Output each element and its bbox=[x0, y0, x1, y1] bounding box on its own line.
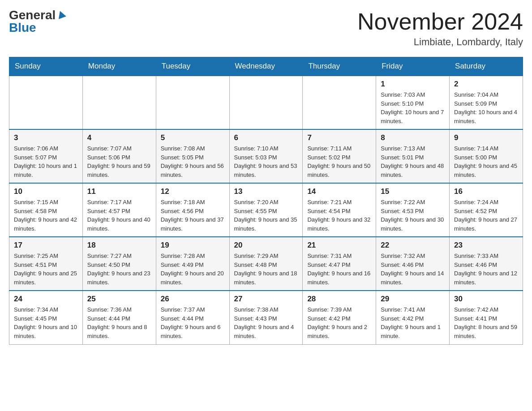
day-number: 27 bbox=[234, 295, 298, 304]
day-number: 2 bbox=[454, 80, 518, 89]
day-info: Sunrise: 7:08 AM Sunset: 5:05 PM Dayligh… bbox=[161, 144, 225, 179]
calendar-table: SundayMondayTuesdayWednesdayThursdayFrid… bbox=[9, 57, 523, 345]
calendar-cell bbox=[156, 76, 229, 129]
calendar-cell: 13Sunrise: 7:20 AM Sunset: 4:55 PM Dayli… bbox=[229, 183, 303, 237]
calendar-cell: 11Sunrise: 7:17 AM Sunset: 4:57 PM Dayli… bbox=[82, 183, 156, 237]
day-number: 7 bbox=[307, 133, 371, 142]
day-number: 23 bbox=[454, 241, 518, 250]
day-info: Sunrise: 7:33 AM Sunset: 4:46 PM Dayligh… bbox=[454, 252, 518, 287]
calendar-cell: 9Sunrise: 7:14 AM Sunset: 5:00 PM Daylig… bbox=[450, 129, 523, 183]
day-info: Sunrise: 7:25 AM Sunset: 4:51 PM Dayligh… bbox=[14, 252, 78, 287]
day-info: Sunrise: 7:14 AM Sunset: 5:00 PM Dayligh… bbox=[454, 144, 518, 179]
column-header-wednesday: Wednesday bbox=[229, 57, 303, 76]
calendar-cell bbox=[229, 76, 303, 129]
calendar-cell: 16Sunrise: 7:24 AM Sunset: 4:52 PM Dayli… bbox=[450, 183, 523, 237]
calendar-cell: 23Sunrise: 7:33 AM Sunset: 4:46 PM Dayli… bbox=[450, 237, 523, 291]
calendar-cell: 10Sunrise: 7:15 AM Sunset: 4:58 PM Dayli… bbox=[9, 183, 83, 237]
day-info: Sunrise: 7:17 AM Sunset: 4:57 PM Dayligh… bbox=[87, 198, 151, 233]
calendar-week-row: 10Sunrise: 7:15 AM Sunset: 4:58 PM Dayli… bbox=[9, 183, 523, 237]
calendar-cell: 7Sunrise: 7:11 AM Sunset: 5:02 PM Daylig… bbox=[303, 129, 376, 183]
page-header: General Blue November 2024 Limbiate, Lom… bbox=[9, 9, 523, 48]
day-number: 24 bbox=[14, 295, 78, 304]
day-number: 16 bbox=[454, 187, 518, 196]
day-info: Sunrise: 7:34 AM Sunset: 4:45 PM Dayligh… bbox=[14, 305, 78, 340]
day-info: Sunrise: 7:39 AM Sunset: 4:42 PM Dayligh… bbox=[307, 305, 371, 340]
logo-general-text: General bbox=[9, 9, 56, 21]
day-info: Sunrise: 7:37 AM Sunset: 4:44 PM Dayligh… bbox=[161, 305, 225, 340]
calendar-cell bbox=[82, 76, 156, 129]
day-number: 28 bbox=[307, 295, 371, 304]
calendar-week-row: 1Sunrise: 7:03 AM Sunset: 5:10 PM Daylig… bbox=[9, 76, 523, 129]
calendar-cell: 8Sunrise: 7:13 AM Sunset: 5:01 PM Daylig… bbox=[376, 129, 450, 183]
column-header-monday: Monday bbox=[82, 57, 156, 76]
calendar-cell: 6Sunrise: 7:10 AM Sunset: 5:03 PM Daylig… bbox=[229, 129, 303, 183]
day-number: 11 bbox=[87, 187, 151, 196]
calendar-cell: 4Sunrise: 7:07 AM Sunset: 5:06 PM Daylig… bbox=[82, 129, 156, 183]
day-info: Sunrise: 7:15 AM Sunset: 4:58 PM Dayligh… bbox=[14, 198, 78, 233]
day-number: 3 bbox=[14, 133, 78, 142]
day-info: Sunrise: 7:22 AM Sunset: 4:53 PM Dayligh… bbox=[381, 198, 445, 233]
day-number: 25 bbox=[87, 295, 151, 304]
day-info: Sunrise: 7:32 AM Sunset: 4:46 PM Dayligh… bbox=[381, 252, 445, 287]
calendar-cell: 20Sunrise: 7:29 AM Sunset: 4:48 PM Dayli… bbox=[229, 237, 303, 291]
day-info: Sunrise: 7:04 AM Sunset: 5:09 PM Dayligh… bbox=[454, 90, 518, 125]
day-info: Sunrise: 7:13 AM Sunset: 5:01 PM Dayligh… bbox=[381, 144, 445, 179]
calendar-cell: 21Sunrise: 7:31 AM Sunset: 4:47 PM Dayli… bbox=[303, 237, 376, 291]
calendar-week-row: 24Sunrise: 7:34 AM Sunset: 4:45 PM Dayli… bbox=[9, 291, 523, 344]
month-year-title: November 2024 bbox=[357, 9, 523, 34]
day-info: Sunrise: 7:24 AM Sunset: 4:52 PM Dayligh… bbox=[454, 198, 518, 233]
day-info: Sunrise: 7:29 AM Sunset: 4:48 PM Dayligh… bbox=[234, 252, 298, 287]
calendar-cell: 19Sunrise: 7:28 AM Sunset: 4:49 PM Dayli… bbox=[156, 237, 229, 291]
calendar-cell: 24Sunrise: 7:34 AM Sunset: 4:45 PM Dayli… bbox=[9, 291, 83, 344]
calendar-cell: 25Sunrise: 7:36 AM Sunset: 4:44 PM Dayli… bbox=[82, 291, 156, 344]
column-header-thursday: Thursday bbox=[303, 57, 376, 76]
day-number: 5 bbox=[161, 133, 225, 142]
day-info: Sunrise: 7:10 AM Sunset: 5:03 PM Dayligh… bbox=[234, 144, 298, 179]
day-info: Sunrise: 7:21 AM Sunset: 4:54 PM Dayligh… bbox=[307, 198, 371, 233]
day-info: Sunrise: 7:42 AM Sunset: 4:41 PM Dayligh… bbox=[454, 305, 518, 340]
calendar-cell: 29Sunrise: 7:41 AM Sunset: 4:42 PM Dayli… bbox=[376, 291, 450, 344]
day-info: Sunrise: 7:11 AM Sunset: 5:02 PM Dayligh… bbox=[307, 144, 371, 179]
day-info: Sunrise: 7:03 AM Sunset: 5:10 PM Dayligh… bbox=[381, 90, 445, 125]
day-info: Sunrise: 7:36 AM Sunset: 4:44 PM Dayligh… bbox=[87, 305, 151, 340]
day-info: Sunrise: 7:28 AM Sunset: 4:49 PM Dayligh… bbox=[161, 252, 225, 287]
calendar-cell bbox=[9, 76, 83, 129]
day-number: 17 bbox=[14, 241, 78, 250]
day-number: 29 bbox=[381, 295, 445, 304]
column-header-friday: Friday bbox=[376, 57, 450, 76]
calendar-header-row: SundayMondayTuesdayWednesdayThursdayFrid… bbox=[9, 57, 523, 76]
calendar-cell: 3Sunrise: 7:06 AM Sunset: 5:07 PM Daylig… bbox=[9, 129, 83, 183]
calendar-cell: 18Sunrise: 7:27 AM Sunset: 4:50 PM Dayli… bbox=[82, 237, 156, 291]
day-number: 4 bbox=[87, 133, 151, 142]
calendar-cell bbox=[303, 76, 376, 129]
day-info: Sunrise: 7:41 AM Sunset: 4:42 PM Dayligh… bbox=[381, 305, 445, 340]
calendar-cell: 5Sunrise: 7:08 AM Sunset: 5:05 PM Daylig… bbox=[156, 129, 229, 183]
column-header-sunday: Sunday bbox=[9, 57, 83, 76]
day-number: 12 bbox=[161, 187, 225, 196]
day-info: Sunrise: 7:18 AM Sunset: 4:56 PM Dayligh… bbox=[161, 198, 225, 233]
day-number: 10 bbox=[14, 187, 78, 196]
calendar-cell: 2Sunrise: 7:04 AM Sunset: 5:09 PM Daylig… bbox=[450, 76, 523, 129]
calendar-cell: 17Sunrise: 7:25 AM Sunset: 4:51 PM Dayli… bbox=[9, 237, 83, 291]
logo: General Blue bbox=[9, 9, 66, 34]
logo-blue-text: Blue bbox=[9, 21, 36, 34]
title-block: November 2024 Limbiate, Lombardy, Italy bbox=[357, 9, 523, 48]
calendar-cell: 1Sunrise: 7:03 AM Sunset: 5:10 PM Daylig… bbox=[376, 76, 450, 129]
calendar-cell: 15Sunrise: 7:22 AM Sunset: 4:53 PM Dayli… bbox=[376, 183, 450, 237]
location-subtitle: Limbiate, Lombardy, Italy bbox=[357, 36, 523, 48]
day-number: 9 bbox=[454, 133, 518, 142]
day-info: Sunrise: 7:27 AM Sunset: 4:50 PM Dayligh… bbox=[87, 252, 151, 287]
day-number: 22 bbox=[381, 241, 445, 250]
day-info: Sunrise: 7:31 AM Sunset: 4:47 PM Dayligh… bbox=[307, 252, 371, 287]
column-header-saturday: Saturday bbox=[450, 57, 523, 76]
calendar-week-row: 17Sunrise: 7:25 AM Sunset: 4:51 PM Dayli… bbox=[9, 237, 523, 291]
day-info: Sunrise: 7:07 AM Sunset: 5:06 PM Dayligh… bbox=[87, 144, 151, 179]
day-info: Sunrise: 7:38 AM Sunset: 4:43 PM Dayligh… bbox=[234, 305, 298, 340]
day-number: 15 bbox=[381, 187, 445, 196]
day-number: 20 bbox=[234, 241, 298, 250]
calendar-cell: 27Sunrise: 7:38 AM Sunset: 4:43 PM Dayli… bbox=[229, 291, 303, 344]
calendar-cell: 22Sunrise: 7:32 AM Sunset: 4:46 PM Dayli… bbox=[376, 237, 450, 291]
calendar-cell: 30Sunrise: 7:42 AM Sunset: 4:41 PM Dayli… bbox=[450, 291, 523, 344]
day-number: 14 bbox=[307, 187, 371, 196]
day-number: 1 bbox=[381, 80, 445, 89]
